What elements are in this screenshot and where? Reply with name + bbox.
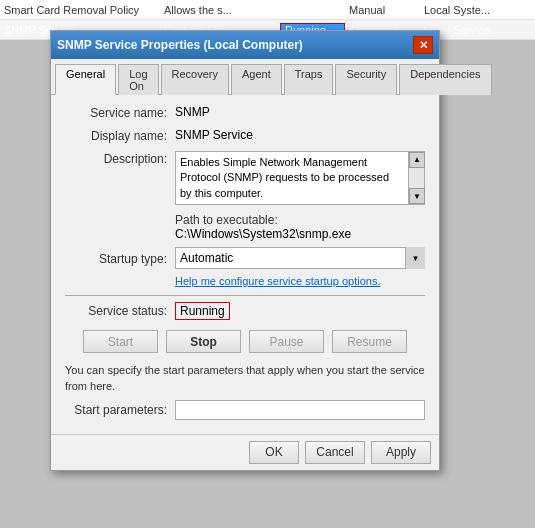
description-box: Enables Simple Network Management Protoc… (175, 151, 425, 205)
display-name-value: SNMP Service (175, 128, 425, 142)
dialog-title: SNMP Service Properties (Local Computer) (57, 38, 303, 52)
path-value: C:\Windows\System32\snmp.exe (175, 227, 425, 241)
close-button[interactable]: ✕ (413, 36, 433, 54)
tab-recovery[interactable]: Recovery (161, 64, 229, 95)
description-text: Enables Simple Network Management Protoc… (180, 155, 420, 201)
service-name-value: SNMP (175, 105, 425, 119)
stop-button[interactable]: Stop (166, 330, 241, 353)
pause-button[interactable]: Pause (249, 330, 324, 353)
description-scrollbar[interactable]: ▲ ▼ (408, 152, 424, 204)
tab-strip: General Log On Recovery Agent Traps Secu… (51, 59, 439, 95)
display-name-label: Display name: (65, 128, 175, 143)
tab-security[interactable]: Security (335, 64, 397, 95)
tab-agent[interactable]: Agent (231, 64, 282, 95)
tab-traps[interactable]: Traps (284, 64, 334, 95)
ok-button[interactable]: OK (249, 441, 299, 464)
params-description: You can specify the start parameters tha… (65, 363, 425, 394)
service-status-value: Running (175, 302, 230, 320)
start-button[interactable]: Start (83, 330, 158, 353)
start-params-section: You can specify the start parameters tha… (65, 363, 425, 420)
table-row: Smart Card Removal Policy Allows the s..… (0, 0, 535, 20)
path-row: Path to executable: C:\Windows\System32\… (65, 213, 425, 241)
tab-logon[interactable]: Log On (118, 64, 158, 95)
scroll-up-arrow[interactable]: ▲ (409, 152, 425, 168)
startup-type-select[interactable]: Automatic Manual Disabled (175, 247, 425, 269)
help-link[interactable]: Help me configure service startup option… (175, 275, 425, 287)
description-row: Description: Enables Simple Network Mana… (65, 151, 425, 205)
tab-dependencies[interactable]: Dependencies (399, 64, 491, 95)
service-name-label: Service name: (65, 105, 175, 120)
startup-type-label: Startup type: (65, 251, 175, 266)
params-label: Start parameters: (65, 403, 175, 417)
bottom-bar: OK Cancel Apply (51, 434, 439, 470)
cancel-button[interactable]: Cancel (305, 441, 365, 464)
apply-button[interactable]: Apply (371, 441, 431, 464)
action-buttons: Start Stop Pause Resume (65, 330, 425, 353)
snmp-properties-dialog: SNMP Service Properties (Local Computer)… (50, 30, 440, 471)
params-row: Start parameters: (65, 400, 425, 420)
dialog-title-bar: SNMP Service Properties (Local Computer)… (51, 31, 439, 59)
params-input[interactable] (175, 400, 425, 420)
scroll-down-arrow[interactable]: ▼ (409, 188, 425, 204)
divider-1 (65, 295, 425, 296)
path-label: Path to executable: (175, 213, 425, 227)
display-name-row: Display name: SNMP Service (65, 128, 425, 143)
startup-type-select-wrapper[interactable]: Automatic Manual Disabled ▼ (175, 247, 425, 269)
dialog-body: Service name: SNMP Display name: SNMP Se… (51, 95, 439, 434)
resume-button[interactable]: Resume (332, 330, 407, 353)
startup-type-row: Startup type: Automatic Manual Disabled … (65, 247, 425, 269)
service-name-row: Service name: SNMP (65, 105, 425, 120)
service-status-row: Service status: Running (65, 302, 425, 320)
service-status-label: Service status: (65, 304, 175, 318)
tab-general[interactable]: General (55, 64, 116, 95)
description-label: Description: (65, 151, 175, 166)
